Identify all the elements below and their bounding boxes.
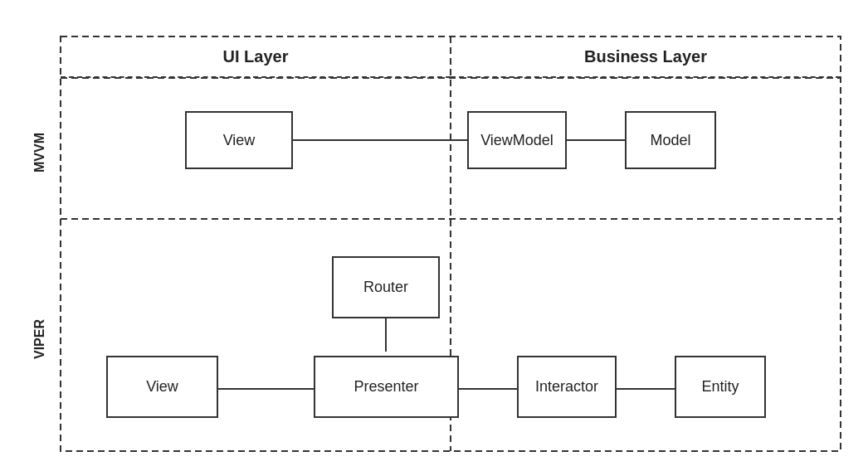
router-box: Router	[332, 256, 440, 318]
business-layer-header: Business Layer	[451, 36, 841, 78]
mvvm-label: MVVM	[19, 78, 61, 227]
business-layer-label: Business Layer	[584, 47, 707, 66]
ui-layer-header: UI Layer	[61, 36, 451, 78]
presenter-box: Presenter	[314, 356, 459, 418]
ui-layer-label: UI Layer	[223, 47, 289, 66]
diagram-container: UI Layer Business Layer MVVM VIPER View …	[19, 12, 849, 459]
viewmodel-box: ViewModel	[467, 111, 567, 169]
interactor-box: Interactor	[517, 356, 617, 418]
view-viper-box: View	[106, 356, 218, 418]
viper-label: VIPER	[19, 227, 61, 451]
entity-box: Entity	[675, 356, 766, 418]
model-box: Model	[625, 111, 716, 169]
view-mvvm-box: View	[185, 111, 293, 169]
